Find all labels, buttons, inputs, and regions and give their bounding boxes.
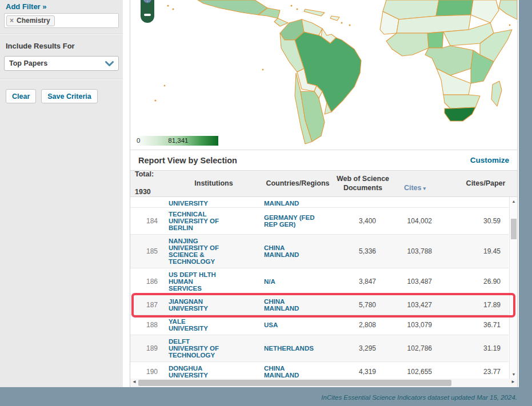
- sidebar-divider: [0, 79, 123, 80]
- row-rank: 185: [130, 248, 166, 255]
- country-link[interactable]: NETHERLANDS: [262, 345, 334, 352]
- table-row: 189 DELFT UNIVERSITY OF TECHNOLOGY NETHE…: [130, 335, 509, 362]
- vertical-scrollbar[interactable]: ▲ ▼: [509, 197, 517, 379]
- map-color-legend: 0 81,341: [135, 136, 218, 146]
- zoom-out-icon[interactable]: [144, 14, 151, 16]
- results-for-value: Top Papers: [5, 59, 47, 67]
- column-institutions: Institutions: [166, 179, 262, 188]
- cites-per-paper-value: 19.45: [453, 248, 509, 255]
- horizontal-scrollbar[interactable]: ◄ ►: [130, 379, 517, 387]
- institution-link[interactable]: DELFT UNIVERSITY OF TECHNOLOGY: [166, 338, 262, 359]
- cites-per-paper-value: 31.19: [453, 345, 509, 352]
- cites-value: 102,786: [392, 345, 453, 352]
- legend-max-value: 81,341: [168, 137, 188, 144]
- cites-value: 102,655: [392, 368, 453, 375]
- country-link[interactable]: CHINA MAINLAND: [262, 365, 334, 379]
- cites-value: 103,427: [392, 302, 453, 308]
- table-column-header: Total: 1930 Institutions Countries/Regio…: [130, 170, 517, 197]
- filter-chip-chemistry[interactable]: × Chemistry: [6, 15, 55, 26]
- scroll-down-icon[interactable]: ▼: [510, 372, 518, 376]
- cites-per-paper-value: 36.71: [453, 321, 509, 328]
- column-wos-documents: Web of Science Documents: [334, 175, 392, 192]
- sidebar-divider: [0, 34, 123, 35]
- filter-chip-label: Chemistry: [17, 17, 50, 24]
- row-rank: 189: [130, 345, 166, 352]
- country-link[interactable]: USA: [262, 321, 334, 328]
- table-body: UNIVERSITY MAINLAND 184 TECHNICAL UNIVER…: [130, 197, 509, 379]
- include-results-label: Include Results For: [6, 42, 123, 50]
- row-rank: [130, 207, 166, 207]
- institution-link[interactable]: JIANGNAN UNIVERSITY: [166, 298, 262, 312]
- wos-documents-value: [334, 207, 392, 207]
- table-row: 185 NANJING UNIVERSITY OF SCIENCE & TECH…: [130, 235, 509, 268]
- save-criteria-button[interactable]: Save Criteria: [41, 89, 97, 103]
- wos-documents-value: 3,847: [334, 278, 392, 285]
- world-choropleth-map[interactable]: 0 81,341: [130, 0, 517, 150]
- cites-value: 103,487: [392, 278, 453, 285]
- country-link[interactable]: GERMANY (FED REP GER): [262, 214, 334, 228]
- table-row: 190 DONGHUA UNIVERSITY CHINA MAINLAND 4,…: [130, 362, 509, 379]
- row-rank: 187: [130, 302, 166, 308]
- scroll-up-icon[interactable]: ▲: [510, 199, 518, 203]
- scroll-right-icon[interactable]: ►: [511, 379, 515, 384]
- sort-desc-icon: ▾: [423, 186, 426, 191]
- cites-per-paper-value: [453, 207, 509, 207]
- map-zoom-control: [141, 0, 154, 23]
- clear-button[interactable]: Clear: [6, 89, 36, 103]
- row-rank: 184: [130, 218, 166, 224]
- table-rows: UNIVERSITY MAINLAND 184 TECHNICAL UNIVER…: [130, 197, 509, 379]
- institution-link[interactable]: NANJING UNIVERSITY OF SCIENCE & TECHNOLO…: [166, 238, 262, 265]
- institution-link[interactable]: TECHNICAL UNIVERSITY OF BERLIN: [166, 211, 262, 231]
- wos-documents-value: 5,336: [334, 248, 392, 255]
- customize-link[interactable]: Customize: [470, 156, 509, 164]
- row-rank: 186: [130, 278, 166, 285]
- cites-per-paper-value: 30.59: [453, 218, 509, 224]
- institution-link[interactable]: YALE UNIVERSITY: [166, 318, 262, 332]
- cites-value: [392, 207, 453, 207]
- wos-documents-value: 5,780: [334, 302, 392, 308]
- cites-value: 104,002: [392, 218, 453, 224]
- legend-min-value: 0: [137, 137, 140, 144]
- country-link[interactable]: CHINA MAINLAND: [262, 244, 334, 258]
- country-link[interactable]: CHINA MAINLAND: [262, 298, 334, 312]
- globe-icon[interactable]: [143, 0, 152, 3]
- country-link[interactable]: N/A: [262, 278, 334, 285]
- add-filter-link[interactable]: Add Filter »: [6, 2, 123, 11]
- wos-documents-value: 4,319: [334, 368, 392, 375]
- vertical-scroll-thumb[interactable]: [511, 219, 517, 239]
- horizontal-scroll-thumb[interactable]: [138, 380, 451, 386]
- table-row: 184 TECHNICAL UNIVERSITY OF BERLIN GERMA…: [130, 208, 509, 235]
- institution-link[interactable]: UNIVERSITY: [166, 200, 262, 207]
- dataset-update-note: InCites Essential Science Indicators dat…: [321, 394, 517, 401]
- filter-tags-input[interactable]: × Chemistry: [4, 13, 119, 28]
- incites-esi-page: Add Filter » × Chemistry Include Results…: [0, 0, 532, 406]
- row-rank: 190: [130, 368, 166, 375]
- filters-sidebar: Add Filter » × Chemistry Include Results…: [0, 0, 123, 387]
- chevron-down-icon: [105, 61, 114, 67]
- wos-documents-value: 3,400: [334, 218, 392, 224]
- map-svg: [130, 0, 517, 150]
- results-panel: 0 81,341 Report View by Selection Custom…: [130, 0, 518, 387]
- report-header-bar: Report View by Selection Customize: [130, 150, 517, 170]
- table-row: 188 YALE UNIVERSITY USA 2,808 103,079 36…: [130, 315, 509, 335]
- table-row: UNIVERSITY MAINLAND: [130, 197, 509, 208]
- cites-value: 103,788: [392, 248, 453, 255]
- institution-link[interactable]: DONGHUA UNIVERSITY: [166, 365, 262, 379]
- cites-value: 103,079: [392, 321, 453, 328]
- table-row: 186 US DEPT HLTH HUMAN SERVICES N/A 3,84…: [130, 268, 509, 295]
- table-row: 187 JIANGNAN UNIVERSITY CHINA MAINLAND 5…: [130, 295, 509, 315]
- column-cites-per-paper: Cites/Paper: [453, 179, 509, 188]
- row-rank: 188: [130, 321, 166, 328]
- cites-per-paper-value: 23.77: [453, 368, 509, 375]
- cites-per-paper-value: 26.90: [453, 278, 509, 285]
- column-cites-sort[interactable]: Cites▾: [392, 175, 453, 192]
- wos-documents-value: 2,808: [334, 321, 392, 328]
- column-countries: Countries/Regions: [262, 179, 334, 188]
- results-for-select[interactable]: Top Papers: [4, 56, 119, 71]
- remove-filter-icon[interactable]: ×: [10, 17, 14, 24]
- cites-per-paper-value: 17.89: [453, 302, 509, 308]
- wos-documents-value: 3,295: [334, 345, 392, 352]
- country-link[interactable]: MAINLAND: [262, 200, 334, 207]
- institution-link[interactable]: US DEPT HLTH HUMAN SERVICES: [166, 271, 262, 292]
- scroll-left-icon[interactable]: ◄: [132, 379, 137, 384]
